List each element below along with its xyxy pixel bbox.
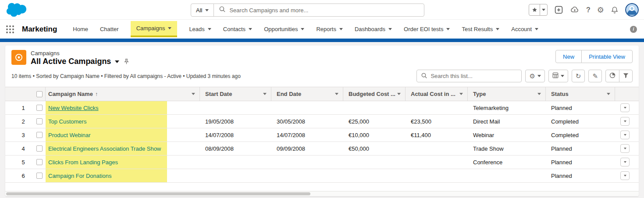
row-actions-button[interactable] (620, 103, 630, 112)
end-date-cell: 30/05/2008 (277, 118, 305, 125)
campaign-name-link[interactable]: Product Webinar (48, 132, 91, 138)
favorites-dropdown[interactable] (540, 4, 548, 16)
column-label: Type (473, 91, 486, 97)
column-header-budgeted-cost[interactable]: Budgeted Cost ... (343, 87, 406, 101)
column-header-start-date[interactable]: Start Date (200, 87, 271, 101)
column-header-end-date[interactable]: End Date (271, 87, 343, 101)
column-header-type[interactable]: Type (468, 87, 546, 101)
printable-view-button[interactable]: Printable View (581, 50, 633, 63)
row-checkbox[interactable] (36, 118, 43, 124)
campaign-name-link[interactable]: Electrical Engineers Association Trade S… (48, 145, 161, 152)
global-actions-plus-icon[interactable] (554, 5, 563, 14)
chevron-down-icon (624, 134, 626, 136)
nav-tab-leads[interactable]: Leads (189, 26, 211, 32)
nav-tab-order-eoi-tests[interactable]: Order EOI tests (404, 26, 450, 32)
chevron-down-icon[interactable] (607, 93, 610, 95)
list-view-selector-chevron-icon[interactable] (115, 60, 119, 63)
chevron-down-icon (208, 28, 211, 30)
column-header-status[interactable]: Status (546, 87, 615, 101)
row-actions-button[interactable] (620, 144, 630, 153)
charts-button[interactable] (605, 70, 619, 82)
avatar[interactable] (625, 3, 639, 17)
type-cell: Telemarketing (473, 105, 509, 111)
info-icon[interactable]: i (630, 26, 637, 33)
nav-tab-reports[interactable]: Reports (316, 26, 343, 32)
horizontal-scrollbar (5, 191, 639, 196)
table-row: 1 New Website Clicks Telemarketing Plann… (5, 101, 639, 115)
search-icon (421, 72, 427, 80)
row-checkbox[interactable] (36, 173, 43, 179)
row-actions-button[interactable] (620, 117, 630, 126)
refresh-icon: ↻ (576, 73, 581, 79)
search-scope-label: All (196, 7, 202, 14)
list-search-input[interactable] (431, 73, 517, 79)
row-checkbox[interactable] (36, 132, 43, 138)
row-actions-button[interactable] (620, 131, 630, 139)
chevron-down-icon[interactable] (192, 93, 195, 95)
campaign-name-link[interactable]: Campaign For Donations (48, 173, 112, 179)
row-actions-button[interactable] (620, 158, 630, 166)
list-view-controls-button[interactable]: ⚙ (525, 70, 544, 82)
campaign-name-link[interactable]: New Website Clicks (48, 105, 99, 111)
chevron-down-icon (205, 9, 209, 11)
inline-edit-button[interactable]: ✎ (588, 70, 602, 82)
column-label: Campaign Name (48, 91, 93, 97)
nav-tab-label: Test Results (462, 26, 493, 32)
campaign-name-link[interactable]: Clicks From Landing Pages (48, 159, 118, 166)
app-launcher-icon[interactable] (6, 25, 14, 33)
row-checkbox[interactable] (36, 105, 43, 111)
nav-tab-chatter[interactable]: Chatter (100, 26, 119, 32)
pin-icon[interactable] (123, 58, 130, 65)
help-icon[interactable]: ? (586, 6, 591, 14)
chevron-down-icon[interactable] (335, 93, 338, 95)
filter-funnel-icon (623, 72, 629, 80)
status-cell: Completed (551, 132, 579, 138)
chevron-down-icon (301, 28, 304, 30)
chevron-down-icon[interactable] (459, 93, 463, 95)
chevron-down-icon (249, 28, 252, 30)
nav-tab-opportunities[interactable]: Opportunities (264, 26, 304, 32)
chevron-down-icon[interactable] (263, 93, 267, 95)
search-scope-dropdown[interactable]: All (191, 4, 214, 16)
select-all-checkbox[interactable] (36, 91, 43, 97)
row-number: 5 (21, 159, 25, 166)
chevron-down-icon[interactable] (397, 93, 401, 95)
nav-tab-label: Leads (189, 26, 204, 32)
nav-tab-account[interactable]: Account (511, 26, 538, 32)
nav-tab-campaigns[interactable]: Campaigns (131, 21, 178, 37)
favorites-button (529, 4, 548, 16)
favorites-star-icon[interactable] (529, 4, 540, 16)
chevron-down-icon[interactable] (537, 93, 541, 95)
nav-tab-label: Contacts (223, 26, 246, 32)
setup-gear-icon[interactable]: ⚙ (597, 6, 604, 14)
global-search: All (191, 4, 424, 17)
chevron-down-icon (496, 28, 499, 30)
nav-tab-dashboards[interactable]: Dashboards (355, 26, 392, 32)
start-date-cell: 19/05/2008 (205, 118, 234, 125)
row-checkbox[interactable] (36, 145, 43, 152)
scrollbar-thumb[interactable] (6, 192, 310, 195)
column-header-campaign-name[interactable]: Campaign Name ↑ (46, 87, 200, 101)
page-content: Campaigns All Active Campaigns New Print… (0, 42, 644, 198)
campaign-name-link[interactable]: Top Customers (48, 118, 86, 125)
nav-tab-label: Chatter (100, 26, 119, 32)
notifications-bell-icon[interactable] (611, 6, 619, 14)
chevron-down-icon (624, 107, 626, 109)
guidance-cloud-icon[interactable] (570, 6, 580, 14)
filters-button[interactable] (619, 70, 633, 82)
nav-tab-label: Dashboards (355, 26, 385, 32)
row-checkbox[interactable] (36, 159, 43, 165)
nav-tab-test-results[interactable]: Test Results (462, 26, 499, 32)
refresh-button[interactable]: ↻ (572, 70, 585, 82)
table-row: 3 Product Webinar 14/07/2008 14/07/2008 … (5, 128, 639, 142)
row-actions-button[interactable] (620, 171, 630, 180)
new-button[interactable]: New (555, 50, 582, 63)
actions-column-header (615, 87, 633, 101)
row-number: 6 (21, 173, 25, 179)
nav-tab-contacts[interactable]: Contacts (223, 26, 252, 32)
nav-tab-home[interactable]: Home (73, 26, 88, 32)
display-as-button[interactable] (548, 70, 568, 82)
sort-ascending-icon: ↑ (95, 91, 98, 97)
global-search-input[interactable] (229, 7, 419, 14)
column-header-actual-cost[interactable]: Actual Cost in ... (406, 87, 468, 101)
